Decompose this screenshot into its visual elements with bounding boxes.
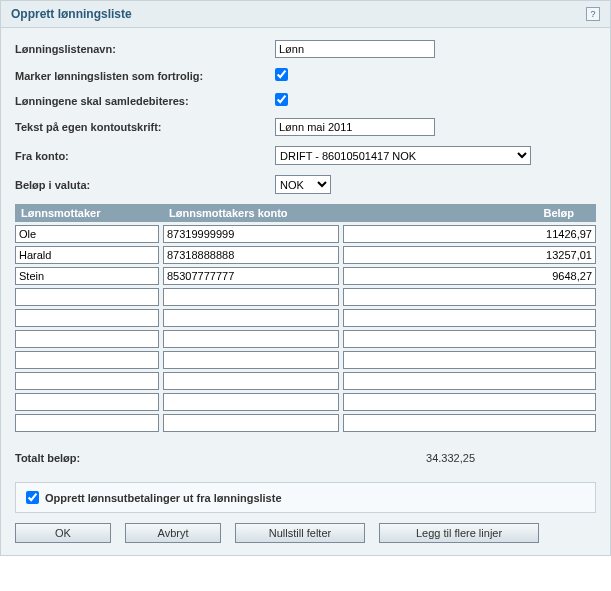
recipient-name-input[interactable] <box>15 414 159 432</box>
add-lines-button[interactable]: Legg til flere linjer <box>379 523 539 543</box>
total-label: Totalt beløp: <box>15 452 375 464</box>
confidential-checkbox[interactable] <box>275 68 288 81</box>
list-name-input[interactable] <box>275 40 435 58</box>
table-row <box>15 351 596 369</box>
label-currency: Beløp i valuta: <box>15 179 275 191</box>
amount-input[interactable] <box>343 351 596 369</box>
amount-input[interactable] <box>343 288 596 306</box>
panel-header: Opprett lønningsliste ? <box>1 1 610 28</box>
label-list-name: Lønningslistenavn: <box>15 43 275 55</box>
recipient-account-input[interactable] <box>163 246 339 264</box>
recipient-name-input[interactable] <box>15 225 159 243</box>
table-row <box>15 393 596 411</box>
amount-input[interactable] <box>343 393 596 411</box>
from-account-select[interactable]: DRIFT - 86010501417 NOK <box>275 146 531 165</box>
collective-debit-checkbox[interactable] <box>275 93 288 106</box>
table-row <box>15 309 596 327</box>
label-confidential: Marker lønningslisten som fortrolig: <box>15 70 275 82</box>
recipient-account-input[interactable] <box>163 288 339 306</box>
col-header-recipient: Lønnsmottaker <box>15 207 163 219</box>
recipient-account-input[interactable] <box>163 330 339 348</box>
table-row <box>15 330 596 348</box>
create-payroll-panel: Opprett lønningsliste ? Lønningslistenav… <box>0 0 611 556</box>
create-payments-option: Opprett lønnsutbetalinger ut fra lønning… <box>15 482 596 513</box>
recipient-account-input[interactable] <box>163 309 339 327</box>
row-statement-text: Tekst på egen kontoutskrift: <box>15 118 596 136</box>
row-collective-debit: Lønningene skal samledebiteres: <box>15 93 596 108</box>
amount-input[interactable] <box>343 414 596 432</box>
panel-body: Lønningslistenavn: Marker lønningslisten… <box>1 28 610 555</box>
table-row <box>15 267 596 285</box>
recipient-account-input[interactable] <box>163 393 339 411</box>
amount-input[interactable] <box>343 372 596 390</box>
recipient-name-input[interactable] <box>15 246 159 264</box>
help-icon[interactable]: ? <box>586 7 600 21</box>
label-statement-text: Tekst på egen kontoutskrift: <box>15 121 275 133</box>
recipient-account-input[interactable] <box>163 414 339 432</box>
amount-input[interactable] <box>343 330 596 348</box>
recipient-account-input[interactable] <box>163 267 339 285</box>
row-confidential: Marker lønningslisten som fortrolig: <box>15 68 596 83</box>
table-row <box>15 246 596 264</box>
table-row <box>15 288 596 306</box>
amount-input[interactable] <box>343 246 596 264</box>
recipient-name-input[interactable] <box>15 393 159 411</box>
ok-button[interactable]: OK <box>15 523 111 543</box>
col-header-amount: Beløp <box>343 207 596 219</box>
recipient-name-input[interactable] <box>15 267 159 285</box>
recipient-name-input[interactable] <box>15 372 159 390</box>
amount-input[interactable] <box>343 267 596 285</box>
row-list-name: Lønningslistenavn: <box>15 40 596 58</box>
label-collective-debit: Lønningene skal samledebiteres: <box>15 95 275 107</box>
table-row <box>15 372 596 390</box>
recipient-account-input[interactable] <box>163 372 339 390</box>
col-header-account: Lønnsmottakers konto <box>163 207 343 219</box>
create-payments-label: Opprett lønnsutbetalinger ut fra lønning… <box>45 492 282 504</box>
row-from-account: Fra konto: DRIFT - 86010501417 NOK <box>15 146 596 165</box>
recipient-account-input[interactable] <box>163 351 339 369</box>
grid-header: Lønnsmottaker Lønnsmottakers konto Beløp <box>15 204 596 222</box>
row-currency: Beløp i valuta: NOK <box>15 175 596 194</box>
cancel-button[interactable]: Avbryt <box>125 523 221 543</box>
payees-grid: Lønnsmottaker Lønnsmottakers konto Beløp <box>15 204 596 432</box>
recipient-name-input[interactable] <box>15 309 159 327</box>
total-value: 34.332,25 <box>375 452 475 464</box>
currency-select[interactable]: NOK <box>275 175 331 194</box>
amount-input[interactable] <box>343 309 596 327</box>
amount-input[interactable] <box>343 225 596 243</box>
label-from-account: Fra konto: <box>15 150 275 162</box>
reset-button[interactable]: Nullstill felter <box>235 523 365 543</box>
table-row <box>15 414 596 432</box>
statement-text-input[interactable] <box>275 118 435 136</box>
page-title: Opprett lønningsliste <box>11 7 132 21</box>
table-row <box>15 225 596 243</box>
create-payments-checkbox[interactable] <box>26 491 39 504</box>
total-row: Totalt beløp: 34.332,25 <box>15 452 596 464</box>
recipient-name-input[interactable] <box>15 288 159 306</box>
recipient-name-input[interactable] <box>15 330 159 348</box>
recipient-name-input[interactable] <box>15 351 159 369</box>
button-row: OK Avbryt Nullstill felter Legg til fler… <box>15 523 596 543</box>
recipient-account-input[interactable] <box>163 225 339 243</box>
